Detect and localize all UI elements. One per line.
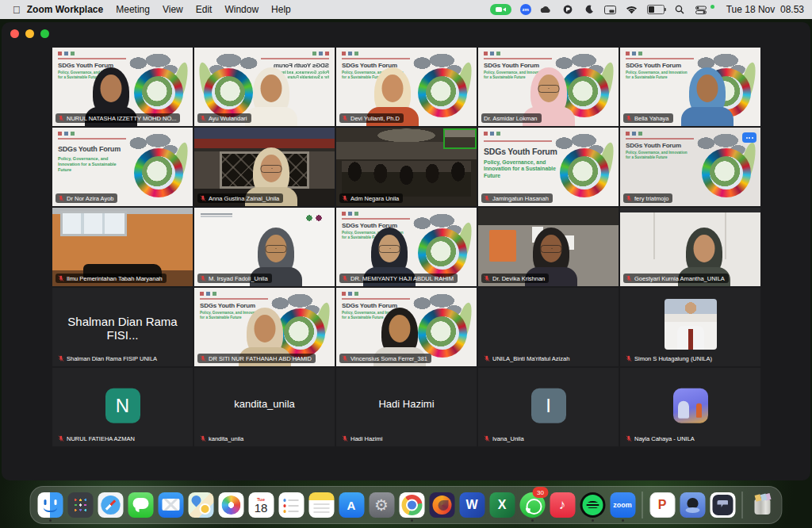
participant-tile[interactable]: Anna Gustina Zainal_Unila: [194, 128, 335, 206]
participant-display-name: Shalman Dian Rama FISI...: [52, 315, 193, 342]
participant-tile[interactable]: SDGs Youth ForumPolicy, Governance, and …: [52, 128, 193, 206]
participant-tile[interactable]: SDGs Youth ForumPolicy, Governance, and …: [336, 48, 477, 126]
safari-icon[interactable]: [98, 492, 123, 518]
participant-tile[interactable]: SDGs Youth ForumPolicy, Governance, and …: [336, 288, 477, 366]
dock-item-notes[interactable]: [308, 489, 335, 521]
dock-item-zoom[interactable]: zoom: [610, 489, 636, 521]
menubar-clock[interactable]: Tue 18 Nov 08.53: [726, 4, 804, 15]
dock-item-settings[interactable]: ⚙: [369, 489, 395, 521]
participant-tile[interactable]: SDGs Youth ForumPolicy, Governance, and …: [478, 128, 619, 206]
minimize-window-button[interactable]: [25, 29, 34, 38]
participant-tile[interactable]: kandita_unila kandita_unila: [194, 368, 335, 446]
app-menu-title[interactable]: Zoom Workplace: [27, 4, 103, 15]
dock-item-finder[interactable]: [37, 489, 63, 521]
menu-item-help[interactable]: Help: [271, 4, 291, 15]
screen-mirroring-icon[interactable]: [604, 4, 617, 15]
dock-item-maps[interactable]: [188, 489, 214, 521]
participant-tile[interactable]: SDGs Youth ForumPolicy, Governance, and …: [194, 48, 335, 126]
launchpad-icon[interactable]: [67, 492, 93, 518]
maps-icon[interactable]: [188, 492, 213, 518]
dock-item-firefox[interactable]: [429, 489, 455, 521]
menu-item-meeting[interactable]: Meeting: [116, 4, 150, 15]
participant-tile[interactable]: SDGs Youth ForumPolicy, Governance, and …: [620, 128, 760, 206]
reminders-icon[interactable]: [278, 492, 304, 518]
dock-item-powerpoint[interactable]: P: [649, 489, 676, 521]
dock-item-music[interactable]: ♪: [550, 489, 576, 521]
participant-tile[interactable]: SDGs Youth ForumPolicy, Governance, and …: [52, 48, 193, 126]
dock-item-whatsapp[interactable]: 30: [519, 489, 546, 521]
zoom-icon[interactable]: zoom: [610, 492, 635, 518]
apple-menu-icon[interactable]: : [13, 4, 21, 16]
dock-item-trash[interactable]: [749, 489, 776, 521]
close-window-button[interactable]: [10, 29, 19, 38]
notes-icon[interactable]: [308, 492, 334, 518]
powerpoint-icon[interactable]: P: [649, 492, 675, 518]
participant-tile[interactable]: Ilmu Pemerintahan Tabah Maryanah: [52, 208, 193, 286]
participant-tile[interactable]: Ivana_Unila I: [478, 368, 619, 446]
fullscreen-window-button[interactable]: [40, 29, 49, 38]
excel-icon[interactable]: X: [489, 492, 515, 518]
participant-tile[interactable]: Adm Negara Unila: [336, 128, 477, 206]
settings-icon[interactable]: ⚙: [369, 492, 394, 518]
dock-item-launchpad[interactable]: [67, 489, 94, 521]
dock-item-safari[interactable]: [98, 489, 124, 521]
sdg-header-line: [484, 140, 552, 142]
participant-tile[interactable]: SDGs Youth ForumPolicy, Governance, and …: [620, 48, 760, 126]
music-icon[interactable]: ♪: [550, 492, 575, 518]
camera-active-pill-icon[interactable]: [490, 4, 511, 15]
focus-moon-icon[interactable]: [583, 4, 596, 15]
dock-item-photos[interactable]: [218, 489, 244, 521]
tile-more-options-button[interactable]: [742, 132, 756, 143]
participant-tile[interactable]: Hadi Hazimi Hadi Hazimi: [336, 368, 477, 446]
devtool-icon[interactable]: [710, 492, 735, 518]
menu-item-window[interactable]: Window: [224, 4, 259, 15]
dock-item-reminders[interactable]: [278, 489, 304, 521]
window-titlebar[interactable]: [2, 22, 810, 46]
dock-item-appstore[interactable]: A: [339, 489, 365, 521]
wifi-icon[interactable]: [626, 4, 638, 15]
participant-tile[interactable]: UNILA_Binti Ma'rifatul Azizah: [478, 288, 619, 366]
messages-icon[interactable]: [128, 492, 153, 518]
spotlight-search-icon[interactable]: [673, 4, 686, 15]
finder-icon[interactable]: [37, 492, 63, 518]
zoom-menubar-icon[interactable]: zm: [520, 4, 531, 15]
dock-item-devtool[interactable]: [710, 489, 736, 521]
spotify-icon[interactable]: [580, 492, 605, 518]
participant-tile[interactable]: Nayla Cahaya - UNILA: [620, 368, 760, 446]
participant-tile[interactable]: M. Irsyad Fadoli_Unila: [194, 208, 335, 286]
dock-item-excel[interactable]: X: [489, 489, 515, 521]
dock-item-calendar[interactable]: Tue18: [248, 489, 274, 521]
participant-tile[interactable]: SDGs Youth ForumPolicy, Governance, and …: [478, 48, 619, 126]
dock-item-chrome[interactable]: [399, 489, 425, 521]
firefox-icon[interactable]: [429, 492, 454, 518]
participant-tile[interactable]: Goestyari Kurnia Amantha_UNILA: [620, 208, 760, 286]
photos-icon[interactable]: [218, 492, 243, 518]
bluetool-icon[interactable]: [680, 492, 705, 518]
participant-tile[interactable]: Simon S Hutagalung (UNILA): [620, 288, 760, 366]
mic-muted-icon: [58, 115, 64, 121]
battery-icon[interactable]: [647, 5, 665, 14]
word-icon[interactable]: W: [459, 492, 485, 518]
participant-tile[interactable]: NURUL FATIEHA AZMAN N: [52, 368, 193, 446]
participant-tile[interactable]: Shalman Dian Rama FISIP UNILA Shalman Di…: [52, 288, 193, 366]
dock-item-messages[interactable]: [128, 489, 154, 521]
menu-item-view[interactable]: View: [163, 4, 183, 15]
fast-user-switch-icon[interactable]: [695, 4, 707, 15]
calendar-icon[interactable]: Tue18: [248, 492, 274, 518]
menu-item-edit[interactable]: Edit: [196, 4, 213, 15]
participant-avatar-illustration: [673, 388, 708, 423]
dock-item-spotify[interactable]: [580, 489, 606, 521]
shield-app-icon[interactable]: [561, 4, 574, 15]
participant-name-label: fery triatmojo: [623, 193, 672, 203]
dock-item-word[interactable]: W: [459, 489, 485, 521]
mail-icon[interactable]: [158, 492, 183, 518]
chrome-icon[interactable]: [399, 492, 424, 518]
dock-item-bluetool[interactable]: [680, 489, 706, 521]
cloud-icon[interactable]: [540, 4, 553, 15]
participant-tile[interactable]: Dr. Devika Krishnan: [478, 208, 619, 286]
participant-tile[interactable]: SDGs Youth ForumPolicy, Governance, and …: [336, 208, 477, 286]
dock-item-mail[interactable]: [158, 489, 184, 521]
appstore-icon[interactable]: A: [339, 492, 364, 518]
participant-tile[interactable]: SDGs Youth ForumPolicy, Governance, and …: [194, 288, 335, 366]
trash-icon[interactable]: [749, 492, 775, 518]
